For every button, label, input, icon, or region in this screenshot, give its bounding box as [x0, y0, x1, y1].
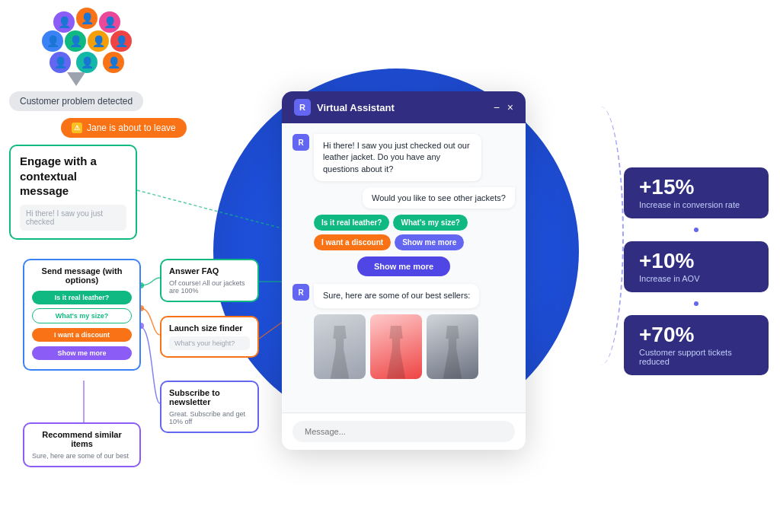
main-container: 👤 👤 👤 👤 👤 👤 👤 👤 👤 👤 Customer problem det… — [0, 0, 780, 532]
quick-btn-size[interactable]: What's my size? — [393, 215, 467, 231]
faq-text: Of course! All our jackets are 100% — [169, 279, 250, 295]
stat-desc-aov: Increase in AOV — [639, 274, 753, 283]
person-icon-3: 👤 — [99, 11, 120, 33]
chat-logo: R — [294, 99, 311, 116]
stat-card-support: +70% Customer support tickets reduced — [624, 315, 769, 375]
customer-problem-label: Customer problem detected — [20, 96, 133, 107]
size-finder-box: Launch size finder What's your height? — [160, 316, 259, 358]
chat-body: R Hi there! I saw you just checked out o… — [282, 123, 526, 413]
option-btn-leather[interactable]: Is it real leather? — [32, 291, 132, 304]
people-cluster: 👤 👤 👤 👤 👤 👤 👤 👤 👤 👤 — [42, 8, 133, 84]
user-bubble-1: Would you like to see other jackets? — [363, 187, 515, 209]
funnel-arrow-icon — [67, 72, 85, 86]
bot-bubble-2: Sure, here are some of our best sellers: — [314, 284, 479, 307]
product-images — [314, 314, 515, 379]
chat-header-actions: − × — [494, 101, 513, 113]
person-icon-7: 👤 — [110, 30, 132, 52]
bot-bubble-1: Hi there! I saw you just checked out our… — [314, 134, 481, 181]
bot-msg-row-2: R Sure, here are some of our best seller… — [292, 284, 515, 307]
chat-input[interactable] — [292, 421, 515, 442]
stat-card-conversion: +15% Increase in conversion rate — [624, 167, 769, 218]
recommend-text: Sure, here are some of our best — [32, 452, 132, 460]
chat-input-area — [282, 413, 526, 450]
subscribe-box: Subscribe to newsletter Great. Subscribe… — [160, 381, 259, 433]
person-icon-10: 👤 — [103, 52, 124, 73]
send-message-box: Send message (with options) Is it real l… — [23, 259, 141, 371]
option-btn-size[interactable]: What's my size? — [32, 308, 132, 323]
show-more-button[interactable]: Show me more — [357, 256, 450, 276]
person-icon-9: 👤 — [76, 52, 98, 73]
chat-header: R Virtual Assistant − × — [282, 91, 526, 123]
minimize-button[interactable]: − — [494, 101, 500, 113]
close-button[interactable]: × — [507, 101, 513, 113]
product-img-3 — [427, 314, 478, 379]
size-finder-input: What's your height? — [169, 336, 250, 350]
stats-container: +15% Increase in conversion rate +10% In… — [624, 167, 769, 375]
stat-number-aov: +10% — [639, 250, 753, 272]
chat-title: Virtual Assistant — [317, 102, 395, 113]
stat-number-support: +70% — [639, 324, 753, 346]
person-icon-4: 👤 — [42, 30, 63, 52]
product-figure-2 — [383, 326, 410, 379]
stat-number-conversion: +15% — [639, 177, 753, 198]
recommend-box: Recommend similar items Sure, here are s… — [23, 422, 141, 467]
option-btn-more[interactable]: Show me more — [32, 346, 132, 360]
quick-btn-leather[interactable]: Is it real leather? — [314, 215, 389, 231]
subscribe-title: Subscribe to newsletter — [169, 388, 250, 406]
quick-btn-more[interactable]: Show me more — [395, 234, 464, 250]
chat-window: R Virtual Assistant − × R Hi there! I sa… — [282, 91, 526, 450]
product-img-1 — [314, 314, 366, 379]
stat-dot-1 — [694, 228, 698, 232]
engage-box-title: Engage with a contextual message — [20, 154, 126, 199]
stat-card-aov: +10% Increase in AOV — [624, 241, 769, 292]
product-figure-3 — [440, 326, 466, 379]
subscribe-text: Great. Subscribe and get 10% off — [169, 410, 250, 425]
stat-desc-support: Customer support tickets reduced — [639, 348, 753, 366]
customer-problem-badge: Customer problem detected — [9, 91, 143, 111]
option-btn-discount[interactable]: I want a discount — [32, 328, 132, 342]
person-icon-2: 👤 — [53, 11, 75, 33]
faq-title: Answer FAQ — [169, 266, 250, 276]
bot-avatar-2: R — [292, 284, 309, 301]
person-icon-5: 👤 — [65, 30, 86, 52]
bot-msg-row-1: R Hi there! I saw you just checked out o… — [292, 134, 515, 181]
jane-leaving-badge: ⚠ Jane is about to leave — [61, 118, 187, 138]
recommend-title: Recommend similar items — [32, 430, 132, 448]
product-img-2 — [370, 314, 422, 379]
stat-desc-conversion: Increase in conversion rate — [639, 200, 753, 209]
person-icon-6: 👤 — [88, 30, 109, 52]
jane-leaving-label: Jane is about to leave — [87, 123, 176, 133]
quick-btn-discount[interactable]: I want a discount — [314, 234, 391, 250]
engage-box-input: Hi there! I saw you just checked — [20, 205, 126, 231]
warning-icon: ⚠ — [72, 123, 82, 133]
dashed-arc-decoration — [578, 107, 624, 365]
stat-dot-2 — [694, 301, 698, 306]
product-figure-1 — [327, 326, 353, 379]
answer-faq-box: Answer FAQ Of course! All our jackets ar… — [160, 259, 259, 302]
send-message-title: Send message (with options) — [32, 266, 132, 285]
chat-header-left: R Virtual Assistant — [294, 99, 395, 116]
size-finder-title: Launch size finder — [169, 323, 250, 333]
person-icon-8: 👤 — [50, 52, 71, 73]
person-icon-1: 👤 — [76, 8, 98, 29]
engage-box: Engage with a contextual message Hi ther… — [9, 145, 137, 240]
quick-reply-buttons: Is it real leather? What's my size? I wa… — [314, 215, 515, 250]
bot-avatar-1: R — [292, 134, 309, 151]
